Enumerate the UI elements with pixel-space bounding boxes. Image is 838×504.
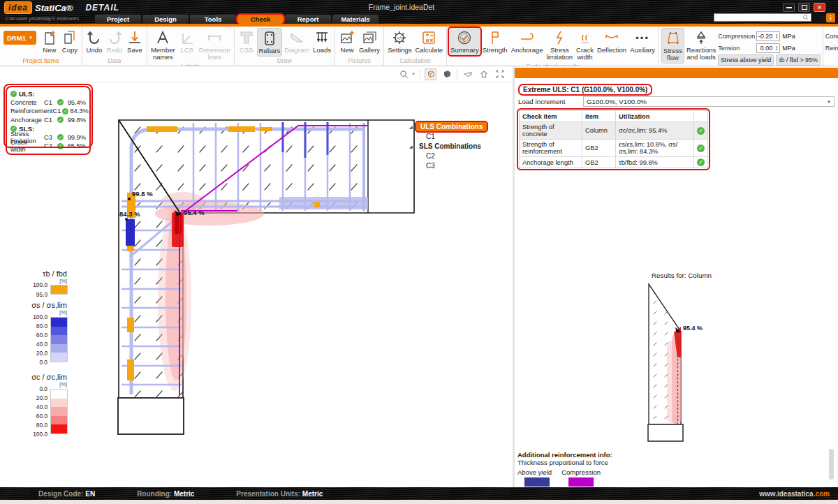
new-picture-button[interactable]: New: [337, 28, 357, 55]
sigma-c-swatch: [51, 416, 67, 425]
diagram-button[interactable]: Diagram: [283, 28, 311, 55]
zoom-tool-button[interactable]: [398, 68, 410, 80]
compression-input[interactable]: -0.20 ▲▼: [756, 31, 780, 41]
search-input[interactable]: [714, 14, 802, 21]
lcs-button[interactable]: LCS: [177, 28, 197, 55]
tab-design[interactable]: Design: [142, 15, 189, 24]
css-button[interactable]: CSS: [237, 28, 256, 55]
group-label-project-items: Project items: [2, 57, 80, 66]
sigma-c-swatch: [51, 407, 67, 416]
summary-button[interactable]: Summary: [449, 28, 480, 55]
tab-report[interactable]: Report: [285, 15, 331, 24]
compression-swatch: [568, 477, 594, 487]
tab-project[interactable]: Project: [95, 15, 141, 24]
copy-button[interactable]: Copy: [60, 28, 80, 55]
anchorage-icon: [519, 29, 536, 46]
main-canvas[interactable]: 99.8 % 84.3 % 95.4 % ✓ ULS: Concrete C1 …: [0, 82, 513, 487]
settings-button[interactable]: </> Settings: [386, 28, 413, 55]
tb-fbd-scale: τb / fbd [%] 100.0 95.0: [17, 269, 73, 284]
maximize-icon: [802, 5, 807, 10]
search-box[interactable]: [714, 13, 811, 22]
chevron-down-icon: ▼: [29, 36, 33, 40]
panel-scrollbar[interactable]: [829, 449, 834, 480]
tree-item-c3[interactable]: C3: [416, 161, 507, 170]
save-button[interactable]: Save: [125, 28, 145, 55]
undo-icon: [86, 29, 103, 46]
close-button[interactable]: ✕: [814, 3, 825, 12]
sigma-s-swatch: [51, 327, 67, 336]
table-row[interactable]: Anchorage length GB2 τb/fbd: 99.8% ✓: [520, 157, 708, 168]
minimize-icon: [786, 7, 792, 8]
solid-view-button[interactable]: [441, 68, 453, 80]
title-bar: idea StatiCa® DETAIL Calculate yesterday…: [0, 0, 838, 24]
load-increment-dropdown[interactable]: G100.0%, V100.0% ▼: [583, 96, 835, 107]
auxiliary-button[interactable]: ••• Auxiliary: [628, 28, 656, 55]
maximize-button[interactable]: [798, 3, 810, 12]
sigma-c-scale: σc / σc,lim [%] 0.0 20.0 40.0 60.0 80.0 …: [17, 373, 73, 387]
deflection-button[interactable]: Deflection: [596, 28, 628, 55]
spin-down-icon[interactable]: ▼: [775, 48, 778, 51]
table-row[interactable]: Strength of concrete Column σc/σc,lim: 9…: [520, 122, 708, 140]
wireframe-view-button[interactable]: [425, 68, 436, 80]
gallery-icon: [361, 29, 378, 46]
stress-flow-button[interactable]: Stress flow: [661, 28, 684, 64]
label-anchor-dot: [125, 218, 128, 221]
units-status: Presentation Units: Metric: [236, 490, 323, 498]
stress-limitation-button[interactable]: Stress limitation: [545, 28, 575, 62]
calculate-button[interactable]: Calculate: [413, 28, 444, 55]
section-view-button[interactable]: [462, 68, 473, 80]
table-row[interactable]: Strength of reinforcement GB2 εs/εs,lim:…: [520, 140, 708, 157]
tree-item-uls-combinations[interactable]: ◢ ULS Combinations: [409, 121, 507, 131]
rebars-button[interactable]: Rebars: [257, 28, 283, 57]
dimension-lines-button[interactable]: Dimension lines: [198, 28, 232, 62]
compression-label: Compression: [718, 33, 754, 40]
crack-width-button[interactable]: Crack width: [575, 28, 595, 62]
strength-button[interactable]: Strength: [481, 28, 509, 55]
stress-above-yield-toggle[interactable]: Stress above yield: [718, 54, 774, 66]
info-button[interactable]: i: [826, 13, 835, 22]
minimize-button[interactable]: [783, 3, 795, 12]
save-icon: [126, 29, 143, 46]
redo-button[interactable]: Redo: [105, 28, 124, 55]
tree-item-c1[interactable]: C1: [416, 131, 507, 141]
column-result-figure[interactable]: 95.4 %: [628, 265, 733, 454]
ellipsis-icon: •••: [635, 29, 649, 46]
new-project-item-button[interactable]: New: [40, 28, 59, 55]
uls-header: ✓ ULS:: [10, 89, 86, 98]
check-ok-icon: ✓: [697, 144, 705, 152]
home-view-button[interactable]: [478, 68, 490, 80]
tension-input[interactable]: 0.00 ▲▼: [756, 43, 780, 53]
zoom-fit-button[interactable]: [494, 68, 506, 80]
group-label-calculation: Calculation: [386, 57, 444, 66]
group-label-scale: Scale: [825, 57, 838, 66]
tab-tools[interactable]: Tools: [190, 15, 236, 24]
zoom-dropdown-caret[interactable]: ▼: [411, 72, 416, 76]
tree-expander-icon[interactable]: ◢: [409, 124, 416, 129]
loads-icon: [314, 29, 330, 46]
tree-expander-icon[interactable]: ◢: [409, 144, 416, 149]
anchorage-button[interactable]: Anchorage: [510, 28, 545, 55]
reactions-loads-button[interactable]: Reactions and loads: [685, 28, 717, 62]
compression-unit: MPa: [782, 33, 795, 40]
tab-check[interactable]: Check: [237, 15, 284, 24]
design-code-status: Design Code: EN: [38, 490, 95, 498]
stress-flow-icon: [665, 30, 682, 47]
ribbon-group-labels: Member names LCS Dimension lines Labels: [147, 27, 235, 66]
undo-button[interactable]: Undo: [84, 28, 104, 55]
tree-item-sls-combinations[interactable]: ◢ SLS Combinations: [409, 141, 507, 151]
sigma-s-swatch: [51, 335, 67, 344]
member-names-button[interactable]: Member names: [149, 28, 177, 62]
tab-materials[interactable]: Materials: [332, 15, 378, 24]
loads-button[interactable]: Loads: [311, 28, 332, 55]
ribbon-group-pictures: New Gallery Pictures: [335, 27, 384, 66]
tree-item-c2[interactable]: C2: [416, 151, 507, 161]
drm1-dropdown[interactable]: DRM1▼: [3, 31, 36, 45]
spin-down-icon[interactable]: ▼: [775, 36, 778, 39]
stress-flow-ticks: [119, 120, 368, 398]
tb-fbd-95-toggle[interactable]: τb / fbd > 95%: [776, 54, 821, 66]
solid-cube-icon: [442, 69, 452, 79]
window-title: Frame_joint.ideaDet: [307, 3, 496, 11]
website-link[interactable]: www.ideastatica.com: [759, 490, 830, 498]
gallery-button[interactable]: Gallery: [358, 28, 381, 55]
check-ok-icon: ✓: [62, 108, 68, 114]
